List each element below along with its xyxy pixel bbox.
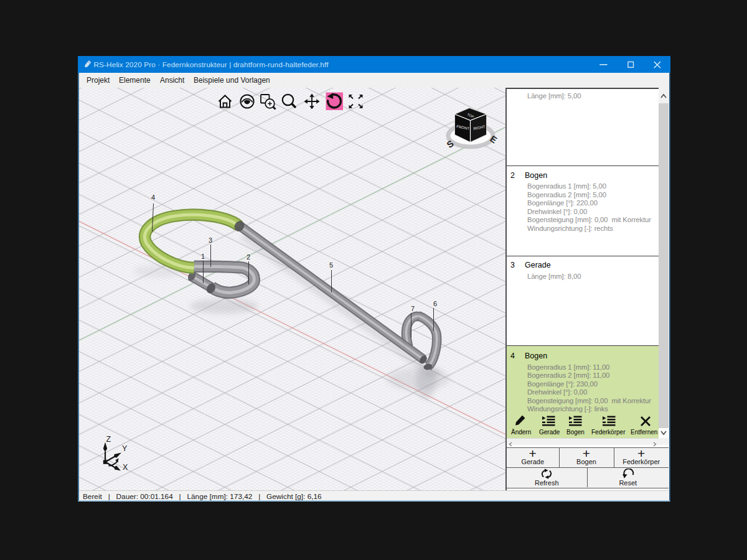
svg-text:4: 4 xyxy=(151,194,155,201)
svg-text:1: 1 xyxy=(201,253,205,260)
svg-text:2: 2 xyxy=(247,253,250,261)
svg-text:7: 7 xyxy=(411,305,415,312)
svg-text:Y: Y xyxy=(122,444,128,453)
svg-text:5: 5 xyxy=(329,261,333,269)
svg-text:Z: Z xyxy=(106,435,111,444)
svg-text:3: 3 xyxy=(209,236,212,244)
svg-text:X: X xyxy=(123,463,128,472)
svg-text:6: 6 xyxy=(433,300,437,307)
